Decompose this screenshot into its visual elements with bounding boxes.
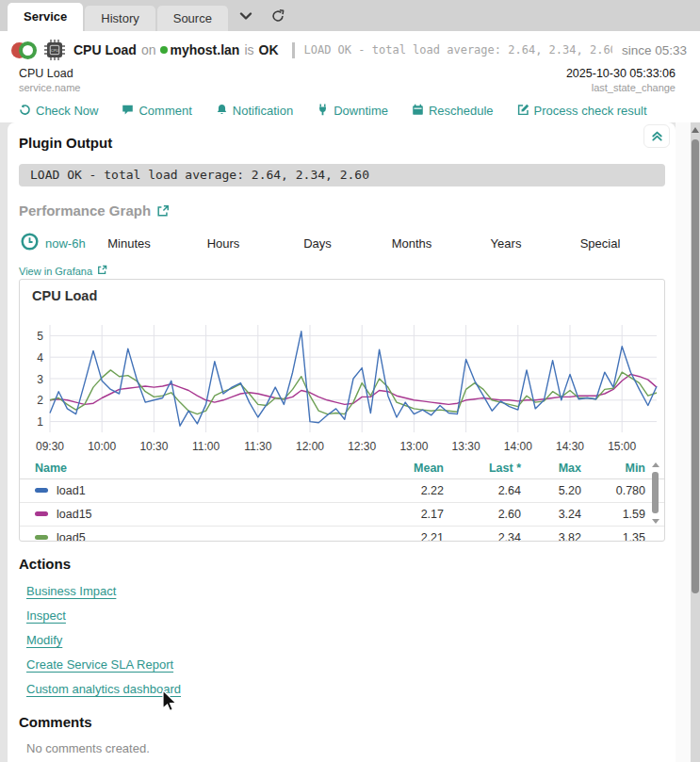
page-scrollbar-thumb[interactable] <box>692 139 699 593</box>
legend-series-name: load15 <box>57 508 92 521</box>
svg-text:11:00: 11:00 <box>192 440 220 453</box>
last-state-change-timestamp: 2025-10-30 05:33:06 <box>566 67 676 80</box>
comment-button[interactable]: Comment <box>122 104 191 119</box>
reschedule-button[interactable]: Reschedule <box>412 104 494 119</box>
status-summary: LOAD OK - total load average: 2.64, 2.34… <box>304 43 612 57</box>
last-state-change-label: last_state_change <box>566 82 676 93</box>
legend-series-name: load1 <box>57 484 86 497</box>
tab-service[interactable]: Service <box>8 3 83 31</box>
plug-icon <box>317 104 329 119</box>
tab-source[interactable]: Source <box>157 6 228 31</box>
comments-heading: Comments <box>19 714 92 730</box>
legend-row-load5[interactable]: load5 2.21 2.34 3.82 1.35 <box>20 527 664 543</box>
action-link-create-sla-report[interactable]: Create Service SLA Report <box>26 657 173 672</box>
chevron-down-icon[interactable] <box>230 0 262 31</box>
legend-col-name[interactable]: Name <box>20 459 366 479</box>
time-preset-selector[interactable]: now-6h <box>21 233 86 253</box>
host-name[interactable]: myhost.lan <box>170 42 239 57</box>
service-detail-page: Service History Source CPU CPU Load on <box>0 0 700 762</box>
tab-history[interactable]: History <box>85 6 155 31</box>
legend-col-last[interactable]: Last * <box>451 459 529 479</box>
legend-row-load15[interactable]: load15 2.17 2.60 3.24 1.59 <box>20 503 664 527</box>
check-now-label: Check Now <box>36 104 98 118</box>
svg-text:12:30: 12:30 <box>348 440 376 453</box>
time-tab-months[interactable]: Months <box>365 236 459 251</box>
svg-text:2: 2 <box>37 394 43 407</box>
check-now-button[interactable]: Check Now <box>19 104 98 119</box>
legend-col-max[interactable]: Max <box>529 459 589 479</box>
view-in-grafana-link[interactable]: View in Grafana <box>19 265 107 277</box>
plugin-output-text: LOAD OK - total load average: 2.64, 2.34… <box>19 164 665 186</box>
comment-label: Comment <box>138 104 191 118</box>
notification-button[interactable]: Notification <box>216 104 293 119</box>
load15-last: 2.60 <box>451 503 529 527</box>
external-link-icon[interactable] <box>156 204 170 218</box>
load1-last: 2.64 <box>451 479 529 503</box>
process-check-result-label: Process check result <box>534 104 647 118</box>
service-name: CPU Load <box>73 42 137 57</box>
comment-icon <box>122 104 134 119</box>
collapse-panel-button[interactable] <box>643 124 670 148</box>
host-state-dot-icon <box>160 46 168 54</box>
meta-row: CPU Load service.name 2025-10-30 05:33:0… <box>19 67 676 93</box>
time-tab-years[interactable]: Years <box>459 236 553 251</box>
load1-mean: 2.22 <box>366 479 451 503</box>
clock-icon <box>21 233 39 253</box>
svg-text:12:00: 12:00 <box>296 440 324 453</box>
time-range-row: now-6h Minutes Hours Days Months Years S… <box>8 233 676 257</box>
status-since: since 05:33 <box>622 43 687 57</box>
downtime-button[interactable]: Downtime <box>317 104 388 119</box>
status-is-word: is <box>244 42 253 57</box>
svg-text:1: 1 <box>37 415 43 429</box>
svg-text:3: 3 <box>37 373 43 386</box>
performance-graph-title: Performance Graph <box>19 203 151 219</box>
time-tab-special[interactable]: Special <box>553 236 647 251</box>
action-link-inspect[interactable]: Inspect <box>26 608 66 623</box>
cpu-load-chart-card: CPU Load 09:3010:0010:3011:0011:3012:001… <box>19 279 665 542</box>
load15-mean: 2.17 <box>366 503 451 527</box>
legend-scrollbar-thumb[interactable] <box>652 472 659 513</box>
cpu-chip-icon: CPU <box>44 40 65 60</box>
meta-left: CPU Load service.name <box>19 67 80 93</box>
legend-table: Name Mean Last * Max Min load1 2.22 <box>20 459 664 542</box>
legend-scrollbar[interactable] <box>651 461 659 530</box>
notification-label: Notification <box>233 104 293 118</box>
reload-page-icon[interactable] <box>262 0 294 31</box>
comments-empty-text: No comments created. <box>26 741 150 755</box>
action-link-business-impact[interactable]: Business Impact <box>26 584 116 598</box>
status-on-word: on <box>141 42 156 57</box>
action-link-custom-analytics-dashboard[interactable]: Custom analytics dashboard <box>26 682 181 696</box>
time-tab-days[interactable]: Days <box>270 236 365 251</box>
legend-col-mean[interactable]: Mean <box>366 459 451 479</box>
svg-text:10:30: 10:30 <box>139 440 168 453</box>
page-scrollbar[interactable] <box>691 122 700 762</box>
tab-bar: Service History Source <box>0 0 700 31</box>
legend-series-name: load5 <box>57 531 86 542</box>
performance-graph-heading: Performance Graph <box>19 203 170 219</box>
svg-text:13:00: 13:00 <box>399 440 428 453</box>
main-area: Plugin Output LOAD OK - total load avera… <box>0 122 700 762</box>
external-link-icon <box>97 265 107 277</box>
service-header: CPU CPU Load on myhost.lan is OK LOAD OK… <box>0 31 700 122</box>
svg-text:14:30: 14:30 <box>556 440 584 453</box>
time-tab-hours[interactable]: Hours <box>176 236 270 251</box>
status-row: CPU CPU Load on myhost.lan is OK LOAD OK… <box>11 39 687 61</box>
time-tab-minutes[interactable]: Minutes <box>82 236 176 251</box>
load5-mean: 2.21 <box>366 527 451 543</box>
legend-row-load1[interactable]: load1 2.22 2.64 5.20 0.780 <box>20 479 664 503</box>
cpu-load-graph[interactable]: 09:3010:0010:3011:0011:3012:0012:3013:00… <box>20 314 664 455</box>
content-panel: Plugin Output LOAD OK - total load avera… <box>8 122 676 762</box>
scrollbar-up-arrow-icon[interactable] <box>692 127 699 133</box>
process-check-result-button[interactable]: Process check result <box>517 104 647 119</box>
svg-text:15:00: 15:00 <box>608 440 636 453</box>
reschedule-label: Reschedule <box>429 104 494 118</box>
current-state-ok-icon <box>19 41 37 59</box>
load5-max: 3.82 <box>529 527 589 543</box>
downtime-label: Downtime <box>334 104 388 118</box>
legend-scroll-up-icon[interactable] <box>652 462 659 467</box>
load1-max: 5.20 <box>529 479 589 503</box>
bell-icon <box>216 104 228 119</box>
service-state: OK <box>259 42 279 57</box>
action-link-modify[interactable]: Modify <box>26 633 62 647</box>
legend-scroll-down-icon[interactable] <box>652 519 659 524</box>
